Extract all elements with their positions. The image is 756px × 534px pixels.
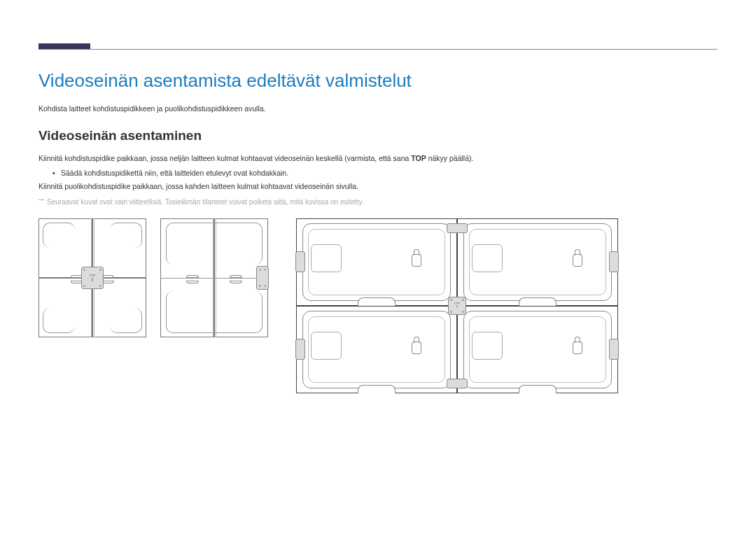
panel-component-icon — [311, 332, 342, 360]
para1-prefix: Kiinnitä kohdistuspidike paikkaan, jossa… — [38, 154, 411, 162]
alignment-bracket-icon: TOP ⇧ — [448, 297, 466, 315]
small-figures-group: TOP ⇧ — [38, 218, 268, 337]
panel-stand-notch-icon — [358, 297, 396, 306]
figures-row: TOP ⇧ — [38, 218, 718, 393]
bracket-screws-icon — [450, 299, 464, 313]
panel-stand-notch-icon — [358, 385, 396, 393]
display-panel-rear — [457, 306, 618, 393]
half-alignment-bracket-icon — [295, 251, 305, 272]
panel-inner-outline — [166, 223, 262, 265]
panel-stand-notch-icon — [519, 297, 556, 306]
display-panel-rear — [296, 218, 457, 306]
panel-inner-outline — [43, 308, 75, 333]
instruction-paragraph-1: Kiinnitä kohdistuspidike paikkaan, jossa… — [38, 153, 718, 164]
panel-component-icon — [472, 332, 503, 360]
lock-icon — [412, 342, 421, 354]
display-panel-rear — [296, 306, 457, 393]
notch-icon — [230, 275, 242, 278]
alignment-bracket-icon: TOP ⇧ — [81, 267, 104, 289]
figure-alignment-bracket-center: TOP ⇧ — [38, 218, 146, 337]
panel-inner-outline — [166, 291, 262, 333]
note-paragraph: Seuraavat kuvat ovat vain viitteellisiä.… — [47, 198, 718, 206]
bracket-screws-icon — [83, 269, 102, 287]
panel-stand-notch-icon — [519, 385, 556, 393]
panel-inner-outline — [43, 223, 75, 248]
seam-line — [160, 278, 268, 279]
panel-inner-outline — [110, 223, 142, 248]
header-rule — [38, 49, 718, 50]
panel-component-icon — [472, 244, 503, 272]
half-alignment-bracket-icon — [447, 223, 468, 233]
lead-paragraph: Kohdista laitteet kohdistuspidikkeen ja … — [38, 104, 718, 113]
bullet-item-1: Säädä kohdistuspidikettä niin, että lait… — [52, 169, 718, 177]
top-keyword: TOP — [411, 154, 426, 162]
lock-icon — [412, 254, 421, 267]
notch-icon — [186, 281, 199, 283]
header-accent-bar — [38, 43, 90, 49]
display-panel-rear — [457, 218, 618, 306]
instruction-bullet-list: Säädä kohdistuspidikettä niin, että lait… — [52, 169, 718, 177]
figure-video-wall-rear-view: TOP ⇧ — [296, 218, 618, 393]
notch-icon — [186, 275, 199, 278]
figure-half-alignment-bracket-edge — [160, 218, 268, 337]
para1-suffix: näkyy päällä). — [426, 154, 474, 162]
half-alignment-bracket-icon — [447, 379, 468, 388]
panel-component-icon — [311, 244, 342, 272]
half-alignment-bracket-icon — [295, 339, 305, 360]
lock-icon — [573, 254, 582, 267]
panel-inner-outline — [110, 308, 142, 333]
notch-icon — [230, 281, 242, 283]
half-alignment-bracket-icon — [609, 251, 619, 272]
instruction-paragraph-2: Kiinnitä puolikohdistuspidike paikkaan, … — [38, 181, 718, 192]
page-title: Videoseinän asentamista edeltävät valmis… — [38, 70, 718, 92]
page-content: Videoseinän asentamista edeltävät valmis… — [38, 70, 718, 393]
half-alignment-bracket-icon — [609, 339, 619, 360]
lock-icon — [573, 342, 582, 354]
half-alignment-bracket-icon — [256, 266, 269, 290]
section-title: Videoseinän asentaminen — [38, 128, 718, 143]
